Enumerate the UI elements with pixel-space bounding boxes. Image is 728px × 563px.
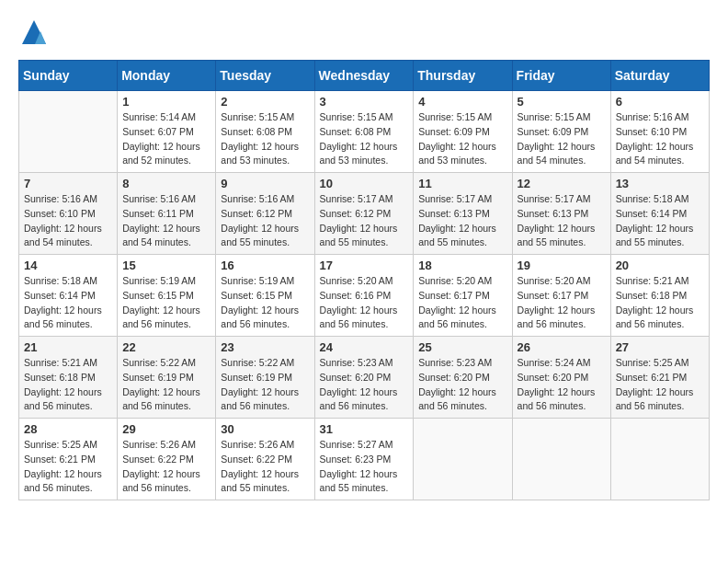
sunrise-text: Sunrise: 5:17 AM [518, 192, 606, 207]
sunset-text: Sunset: 6:23 PM [320, 453, 409, 467]
daylight-text: Daylight: 12 hours and 55 minutes. [320, 222, 409, 251]
sunrise-text: Sunrise: 5:21 AM [616, 274, 704, 289]
calendar-cell: 17 Sunrise: 5:20 AM Sunset: 6:16 PM Dayl… [314, 255, 414, 337]
sunset-text: Sunset: 6:13 PM [518, 207, 606, 222]
sunrise-text: Sunrise: 5:15 AM [320, 110, 409, 125]
sunrise-text: Sunrise: 5:26 AM [122, 438, 210, 453]
day-info: Sunrise: 5:19 AM Sunset: 6:15 PM Dayligh… [122, 274, 210, 332]
daylight-text: Daylight: 12 hours and 56 minutes. [616, 385, 704, 415]
day-number: 29 [122, 422, 210, 436]
daylight-text: Daylight: 12 hours and 56 minutes. [616, 304, 704, 333]
day-number: 13 [616, 177, 704, 190]
day-number: 14 [24, 259, 112, 272]
sunrise-text: Sunrise: 5:22 AM [122, 356, 210, 371]
sunset-text: Sunset: 6:09 PM [418, 125, 506, 140]
sunset-text: Sunset: 6:11 PM [122, 207, 210, 222]
daylight-text: Daylight: 12 hours and 56 minutes. [518, 385, 606, 415]
header-day-saturday: Saturday [610, 61, 709, 91]
header [18, 18, 710, 51]
sunset-text: Sunset: 6:16 PM [320, 289, 409, 304]
daylight-text: Daylight: 12 hours and 56 minutes. [221, 304, 309, 333]
sunset-text: Sunset: 6:17 PM [518, 289, 606, 304]
daylight-text: Daylight: 12 hours and 56 minutes. [320, 385, 409, 415]
day-number: 9 [221, 177, 309, 190]
sunset-text: Sunset: 6:13 PM [418, 207, 506, 222]
calendar-week-row: 28 Sunrise: 5:25 AM Sunset: 6:21 PM Dayl… [19, 419, 710, 500]
day-number: 25 [418, 340, 506, 354]
day-info: Sunrise: 5:17 AM Sunset: 6:13 PM Dayligh… [418, 192, 506, 250]
calendar-cell: 3 Sunrise: 5:15 AM Sunset: 6:08 PM Dayli… [314, 91, 414, 173]
calendar-cell: 10 Sunrise: 5:17 AM Sunset: 6:12 PM Dayl… [314, 173, 414, 255]
sunrise-text: Sunrise: 5:26 AM [221, 438, 309, 453]
sunset-text: Sunset: 6:10 PM [616, 125, 704, 140]
day-info: Sunrise: 5:16 AM Sunset: 6:10 PM Dayligh… [24, 192, 112, 250]
sunrise-text: Sunrise: 5:20 AM [418, 274, 506, 289]
day-number: 19 [518, 259, 606, 272]
calendar-cell: 16 Sunrise: 5:19 AM Sunset: 6:15 PM Dayl… [216, 255, 314, 337]
daylight-text: Daylight: 12 hours and 55 minutes. [616, 222, 704, 251]
daylight-text: Daylight: 12 hours and 56 minutes. [24, 385, 112, 415]
day-info: Sunrise: 5:22 AM Sunset: 6:19 PM Dayligh… [221, 356, 309, 414]
day-info: Sunrise: 5:23 AM Sunset: 6:20 PM Dayligh… [320, 356, 409, 414]
sunset-text: Sunset: 6:15 PM [122, 289, 210, 304]
day-info: Sunrise: 5:17 AM Sunset: 6:12 PM Dayligh… [320, 192, 409, 250]
calendar-cell: 11 Sunrise: 5:17 AM Sunset: 6:13 PM Dayl… [414, 173, 512, 255]
calendar-cell: 28 Sunrise: 5:25 AM Sunset: 6:21 PM Dayl… [19, 419, 118, 500]
daylight-text: Daylight: 12 hours and 55 minutes. [518, 222, 606, 251]
daylight-text: Daylight: 12 hours and 56 minutes. [122, 467, 210, 497]
logo-icon [20, 18, 48, 46]
calendar-header-row: SundayMondayTuesdayWednesdayThursdayFrid… [19, 61, 710, 91]
daylight-text: Daylight: 12 hours and 55 minutes. [320, 467, 409, 497]
sunrise-text: Sunrise: 5:15 AM [518, 110, 606, 125]
day-number: 15 [122, 259, 210, 272]
header-day-wednesday: Wednesday [314, 61, 414, 91]
day-number: 17 [320, 259, 409, 272]
day-number: 6 [616, 95, 704, 109]
day-info: Sunrise: 5:19 AM Sunset: 6:15 PM Dayligh… [221, 274, 309, 332]
day-info: Sunrise: 5:20 AM Sunset: 6:16 PM Dayligh… [320, 274, 409, 332]
day-number: 16 [221, 259, 309, 272]
sunset-text: Sunset: 6:19 PM [122, 371, 210, 385]
day-number: 8 [122, 177, 210, 190]
sunrise-text: Sunrise: 5:25 AM [616, 356, 704, 371]
daylight-text: Daylight: 12 hours and 53 minutes. [418, 140, 506, 169]
day-info: Sunrise: 5:23 AM Sunset: 6:20 PM Dayligh… [418, 356, 506, 414]
daylight-text: Daylight: 12 hours and 56 minutes. [418, 385, 506, 415]
daylight-text: Daylight: 12 hours and 56 minutes. [418, 304, 506, 333]
daylight-text: Daylight: 12 hours and 54 minutes. [122, 222, 210, 251]
calendar-cell [610, 419, 709, 500]
day-info: Sunrise: 5:20 AM Sunset: 6:17 PM Dayligh… [518, 274, 606, 332]
day-info: Sunrise: 5:27 AM Sunset: 6:23 PM Dayligh… [320, 438, 409, 496]
sunset-text: Sunset: 6:14 PM [24, 289, 112, 304]
day-info: Sunrise: 5:14 AM Sunset: 6:07 PM Dayligh… [122, 110, 210, 168]
sunset-text: Sunset: 6:18 PM [616, 289, 704, 304]
calendar-cell [414, 419, 512, 500]
day-number: 1 [122, 95, 210, 109]
day-info: Sunrise: 5:26 AM Sunset: 6:22 PM Dayligh… [221, 438, 309, 496]
header-day-monday: Monday [118, 61, 216, 91]
calendar-cell: 19 Sunrise: 5:20 AM Sunset: 6:17 PM Dayl… [512, 255, 610, 337]
day-number: 26 [518, 340, 606, 354]
sunrise-text: Sunrise: 5:17 AM [320, 192, 409, 207]
calendar-cell: 23 Sunrise: 5:22 AM Sunset: 6:19 PM Dayl… [216, 337, 314, 419]
day-info: Sunrise: 5:16 AM Sunset: 6:12 PM Dayligh… [221, 192, 309, 250]
calendar-cell: 29 Sunrise: 5:26 AM Sunset: 6:22 PM Dayl… [118, 419, 216, 500]
sunrise-text: Sunrise: 5:15 AM [221, 110, 309, 125]
sunset-text: Sunset: 6:18 PM [24, 371, 112, 385]
calendar-cell: 26 Sunrise: 5:24 AM Sunset: 6:20 PM Dayl… [512, 337, 610, 419]
daylight-text: Daylight: 12 hours and 56 minutes. [122, 304, 210, 333]
sunrise-text: Sunrise: 5:25 AM [24, 438, 112, 453]
day-number: 11 [418, 177, 506, 190]
day-number: 18 [418, 259, 506, 272]
sunrise-text: Sunrise: 5:23 AM [418, 356, 506, 371]
calendar-cell: 14 Sunrise: 5:18 AM Sunset: 6:14 PM Dayl… [19, 255, 118, 337]
calendar-cell: 13 Sunrise: 5:18 AM Sunset: 6:14 PM Dayl… [610, 173, 709, 255]
sunset-text: Sunset: 6:14 PM [616, 207, 704, 222]
sunrise-text: Sunrise: 5:21 AM [24, 356, 112, 371]
header-day-thursday: Thursday [414, 61, 512, 91]
daylight-text: Daylight: 12 hours and 55 minutes. [418, 222, 506, 251]
sunrise-text: Sunrise: 5:17 AM [418, 192, 506, 207]
calendar-cell: 9 Sunrise: 5:16 AM Sunset: 6:12 PM Dayli… [216, 173, 314, 255]
daylight-text: Daylight: 12 hours and 56 minutes. [24, 467, 112, 497]
calendar-cell: 12 Sunrise: 5:17 AM Sunset: 6:13 PM Dayl… [512, 173, 610, 255]
